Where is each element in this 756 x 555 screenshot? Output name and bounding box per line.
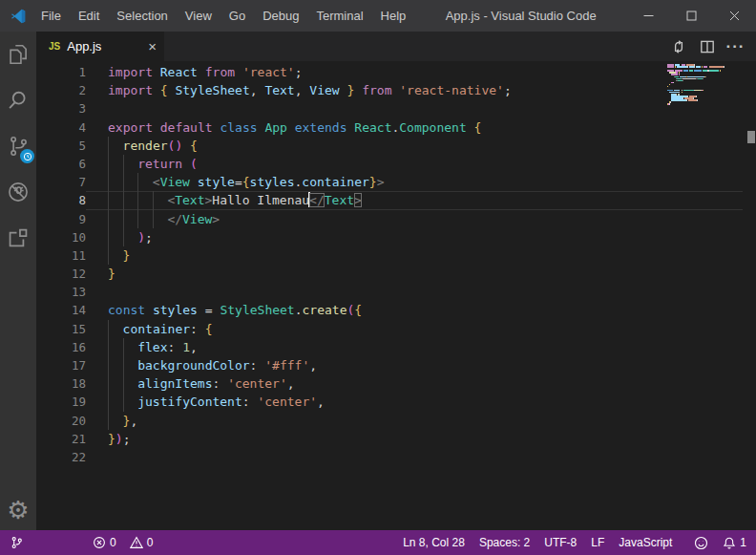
token-pun: =: [235, 175, 242, 189]
activity-item-extensions[interactable]: [0, 217, 36, 262]
line-number[interactable]: 6: [36, 155, 86, 173]
problems-status[interactable]: 0 0: [93, 536, 153, 549]
minimize-icon[interactable]: [627, 0, 670, 32]
line-number[interactable]: 5: [36, 137, 86, 155]
code-line[interactable]: 4export default class App extends React.…: [36, 118, 756, 137]
activity-item-explorer[interactable]: [0, 33, 36, 78]
feedback-smiley-icon[interactable]: [694, 536, 708, 550]
code-line[interactable]: 5render() {: [36, 137, 756, 155]
menu-terminal[interactable]: Terminal: [307, 0, 371, 32]
line-number[interactable]: 2: [36, 81, 86, 99]
token-ang: <: [153, 175, 160, 189]
code-line[interactable]: 12}: [36, 265, 756, 283]
code-editor[interactable]: 1import React from 'react';2import { Sty…: [36, 61, 756, 530]
status-language-mode[interactable]: JavaScript: [619, 536, 672, 549]
vertical-scrollbar[interactable]: [746, 61, 756, 530]
code-line[interactable]: 2import { StyleSheet, Text, View } from …: [36, 81, 756, 99]
line-number[interactable]: 11: [36, 246, 86, 265]
token-kw: from: [362, 83, 391, 97]
line-number[interactable]: 8: [36, 191, 86, 209]
maximize-icon[interactable]: [670, 0, 713, 32]
code-line[interactable]: 16flex: 1,: [36, 338, 756, 356]
line-number[interactable]: 12: [36, 265, 86, 283]
code-line[interactable]: 3: [36, 99, 756, 117]
tab-appjs[interactable]: JS App.js ×: [36, 32, 164, 61]
menu-file[interactable]: File: [32, 0, 70, 32]
indent-guide: [108, 137, 109, 155]
ellipsis-icon[interactable]: ···: [723, 33, 748, 59]
activity-bar: ⚙: [0, 32, 36, 530]
split-editor-icon[interactable]: [694, 33, 720, 59]
status-branch-item[interactable]: [10, 535, 24, 550]
line-number[interactable]: 3: [36, 99, 86, 117]
line-number[interactable]: 18: [36, 374, 86, 393]
line-number[interactable]: 9: [36, 210, 86, 228]
code-line[interactable]: 11}: [36, 246, 756, 265]
minimap[interactable]: [667, 64, 746, 107]
status-eol[interactable]: LF: [591, 536, 604, 549]
activity-item-debug[interactable]: [0, 171, 36, 216]
code-line[interactable]: 14const styles = StyleSheet.create({: [36, 301, 756, 319]
token-kw: export: [108, 120, 153, 135]
status-cursor-position[interactable]: Ln 8, Col 28: [403, 536, 465, 549]
code-line[interactable]: 7<View style={styles.container}>: [36, 173, 756, 191]
menu-selection[interactable]: Selection: [108, 0, 176, 32]
code-line[interactable]: 19justifyContent: 'center',: [36, 393, 756, 411]
menu-debug[interactable]: Debug: [254, 0, 307, 32]
code-line[interactable]: 20},: [36, 412, 756, 430]
line-number[interactable]: 4: [36, 118, 86, 137]
gear-icon[interactable]: ⚙: [7, 498, 29, 523]
sync-icon[interactable]: [665, 33, 691, 59]
token-var: styles: [250, 175, 295, 189]
close-icon[interactable]: [713, 0, 756, 32]
menu-view[interactable]: View: [177, 0, 220, 32]
errors-status[interactable]: 0: [93, 536, 116, 549]
notifications-bell[interactable]: 1: [723, 536, 746, 550]
line-number[interactable]: 14: [36, 301, 86, 319]
line-number[interactable]: 22: [36, 448, 86, 466]
code-line[interactable]: 1import React from 'react';: [36, 63, 756, 81]
warnings-status[interactable]: 0: [130, 536, 154, 549]
code-line[interactable]: 8<Text>Hallo Ilmenau</Text>: [36, 191, 756, 209]
token-var: backgroundColor: [137, 358, 249, 373]
menu-help[interactable]: Help: [372, 0, 415, 32]
code-line-content: import { StyleSheet, Text, View } from '…: [86, 81, 756, 99]
code-line[interactable]: 18alignItems: 'center',: [36, 374, 756, 393]
line-number[interactable]: 7: [36, 173, 86, 191]
token-pun: ,: [190, 340, 198, 354]
code-line[interactable]: 10);: [36, 228, 756, 246]
code-line[interactable]: 6return (: [36, 155, 756, 173]
tab-close-icon[interactable]: ×: [148, 39, 157, 53]
line-number[interactable]: 17: [36, 356, 86, 374]
menu-go[interactable]: Go: [220, 0, 254, 32]
editor-area: JS App.js × ··· 1import React from 'reac…: [36, 32, 756, 530]
line-number[interactable]: 20: [36, 412, 86, 430]
code-line[interactable]: 17backgroundColor: '#fff',: [36, 356, 756, 374]
code-line[interactable]: 21});: [36, 430, 756, 448]
code-line[interactable]: 13: [36, 283, 756, 301]
token-cls: React: [354, 120, 391, 135]
code-line[interactable]: 15container: {: [36, 320, 756, 338]
token-ang: >: [377, 175, 385, 189]
code-line-content: },: [86, 412, 756, 430]
code-line[interactable]: 22: [36, 448, 756, 466]
line-number[interactable]: 10: [36, 228, 86, 246]
line-number[interactable]: 19: [36, 393, 86, 411]
status-encoding[interactable]: UTF-8: [544, 536, 577, 549]
menu-edit[interactable]: Edit: [70, 0, 108, 32]
line-number[interactable]: 21: [36, 430, 86, 448]
indent-guide: [108, 191, 109, 209]
window-controls: [627, 0, 756, 32]
indent-guide: [123, 173, 124, 191]
token-brk: {: [205, 322, 213, 336]
status-indentation[interactable]: Spaces: 2: [479, 536, 530, 549]
line-number[interactable]: 13: [36, 283, 86, 301]
code-line[interactable]: 9</View>: [36, 210, 756, 228]
line-number[interactable]: 1: [36, 63, 86, 81]
activity-item-search[interactable]: [0, 79, 36, 124]
activity-item-source-control[interactable]: [0, 125, 36, 170]
line-number[interactable]: 15: [36, 320, 86, 338]
code-line-content: return (: [86, 155, 756, 173]
line-number[interactable]: 16: [36, 338, 86, 356]
indent-guide: [108, 155, 109, 173]
